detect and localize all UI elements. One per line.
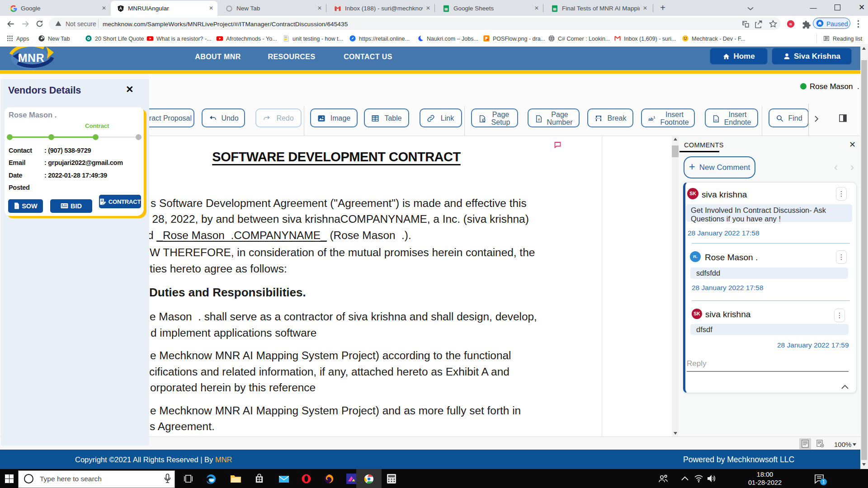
svg-text:ab: ab [648, 117, 653, 122]
svg-text:[ii]: [ii] [715, 119, 717, 122]
svg-text:B: B [789, 22, 792, 26]
svg-text:#: # [538, 117, 540, 122]
svg-text:MNR: MNR [18, 52, 44, 64]
